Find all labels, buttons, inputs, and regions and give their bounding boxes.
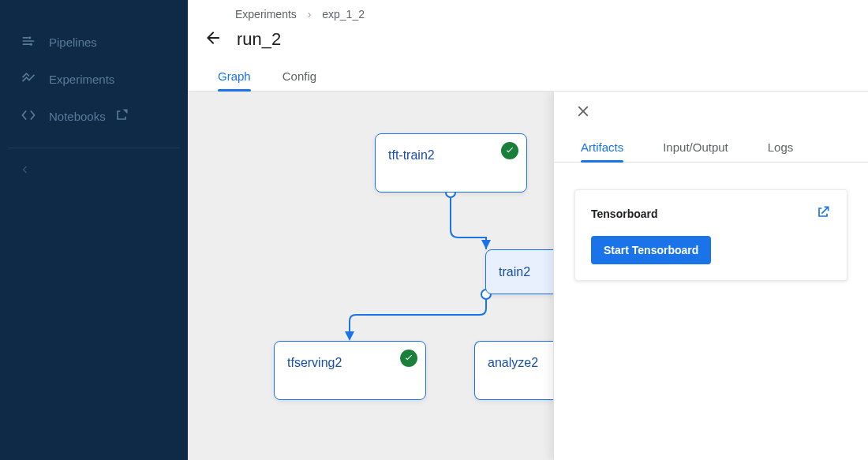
- start-tensorboard-button[interactable]: Start Tensorboard: [591, 236, 711, 264]
- graph-canvas[interactable]: tft-train2 train2 tfserving2 analyze2: [188, 92, 868, 460]
- sidebar-item-pipelines[interactable]: Pipelines: [0, 24, 188, 61]
- sidebar-collapse[interactable]: [0, 156, 188, 185]
- divider: [8, 148, 180, 148]
- close-icon: [574, 109, 592, 122]
- details-panel: Artifacts Input/Output Logs Tensorboard …: [553, 92, 868, 460]
- node-label: tfserving2: [287, 356, 342, 369]
- node-label: train2: [499, 265, 530, 279]
- node-label: analyze2: [488, 356, 538, 369]
- experiments-icon: [21, 70, 36, 88]
- panel-close-button[interactable]: [554, 92, 868, 126]
- tab-graph[interactable]: Graph: [218, 63, 251, 91]
- main: Experiments › exp_1_2 run_2 Graph Config: [188, 0, 868, 460]
- chevron-right-icon: ›: [308, 8, 312, 21]
- svg-point-1: [30, 43, 32, 46]
- breadcrumb-item[interactable]: exp_1_2: [322, 8, 365, 21]
- title-row: run_2: [188, 24, 868, 63]
- page-title: run_2: [237, 29, 281, 50]
- node-tfserving2[interactable]: tfserving2: [274, 341, 426, 400]
- chevron-left-icon: [21, 164, 30, 177]
- panel-tab-artifacts[interactable]: Artifacts: [581, 134, 623, 162]
- sidebar-item-notebooks[interactable]: Notebooks: [0, 98, 188, 135]
- card-title: Tensorboard: [591, 208, 658, 220]
- sidebar-item-label: Notebooks: [49, 110, 106, 123]
- external-link-icon: [114, 107, 129, 125]
- open-external-button[interactable]: [815, 204, 831, 223]
- notebooks-icon: [21, 107, 36, 125]
- tab-config[interactable]: Config: [282, 63, 316, 91]
- panel-tab-input-output[interactable]: Input/Output: [663, 134, 728, 162]
- pipelines-icon: [21, 33, 36, 51]
- panel-tab-logs[interactable]: Logs: [768, 134, 794, 162]
- sidebar: Pipelines Experiments Notebooks: [0, 0, 188, 460]
- svg-point-0: [28, 36, 31, 39]
- sidebar-item-label: Experiments: [49, 73, 114, 86]
- node-label: tft-train2: [388, 148, 435, 162]
- panel-tabs: Artifacts Input/Output Logs: [554, 126, 868, 163]
- panel-body: Tensorboard Start Tensorboard: [554, 163, 868, 308]
- breadcrumb-item[interactable]: Experiments: [235, 8, 297, 21]
- node-train2[interactable]: train2: [485, 249, 564, 294]
- back-button[interactable]: [204, 28, 223, 50]
- success-icon: [400, 350, 417, 367]
- sidebar-item-label: Pipelines: [49, 36, 97, 49]
- svg-marker-3: [481, 240, 491, 249]
- main-tabs: Graph Config: [188, 63, 868, 92]
- sidebar-item-experiments[interactable]: Experiments: [0, 61, 188, 98]
- success-icon: [501, 142, 518, 159]
- node-tft-train2[interactable]: tft-train2: [375, 133, 527, 193]
- artifact-card-tensorboard: Tensorboard Start Tensorboard: [574, 189, 847, 281]
- svg-marker-5: [345, 331, 354, 341]
- breadcrumb: Experiments › exp_1_2: [188, 0, 868, 24]
